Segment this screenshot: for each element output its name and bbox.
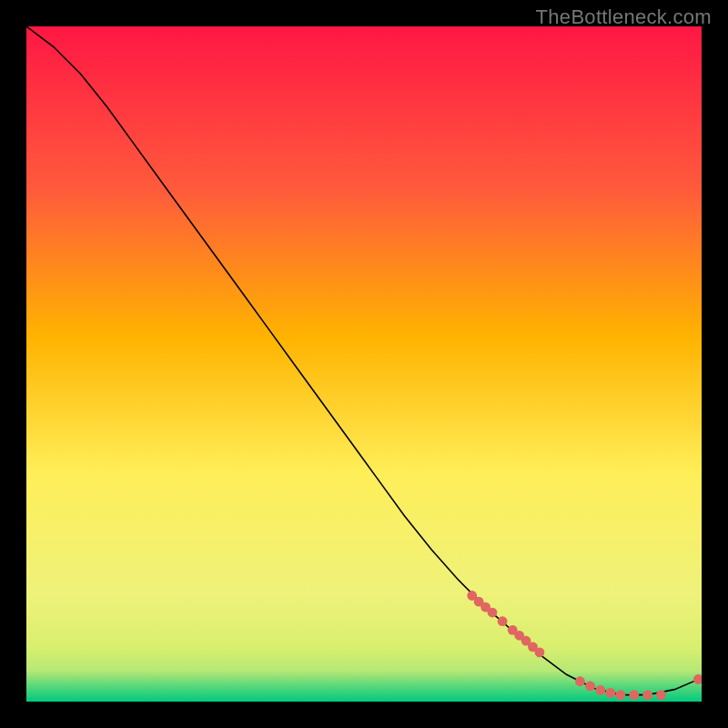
data-marker: [642, 690, 652, 700]
data-marker: [629, 690, 639, 700]
chart-background: [26, 26, 702, 702]
data-marker: [616, 690, 626, 700]
data-marker: [488, 608, 498, 618]
chart-svg: [26, 26, 702, 702]
data-marker: [595, 685, 605, 695]
watermark-text: TheBottleneck.com: [536, 5, 712, 29]
data-marker: [656, 690, 666, 700]
data-marker: [498, 616, 508, 626]
data-marker: [535, 647, 545, 657]
data-marker: [605, 688, 615, 698]
data-marker: [575, 676, 585, 686]
data-marker: [585, 682, 595, 692]
